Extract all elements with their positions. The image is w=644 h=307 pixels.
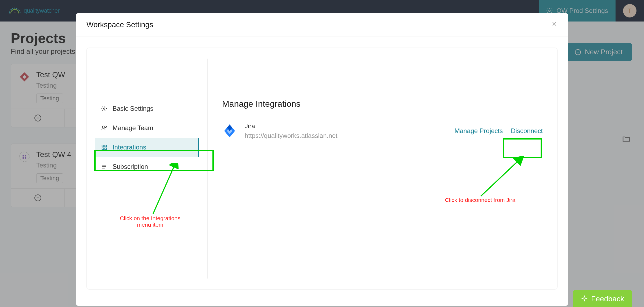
modal-header: Workspace Settings — [76, 13, 568, 37]
close-icon — [551, 21, 558, 27]
svg-point-19 — [103, 126, 104, 128]
disconnect-button[interactable]: Disconnect — [511, 127, 543, 135]
feedback-button[interactable]: Feedback — [573, 290, 632, 307]
content-title: Manage Integrations — [222, 99, 543, 109]
sidebar-item-subscription[interactable]: Subscription — [95, 157, 199, 176]
integration-row-jira: Jira https://qualityworks.atlassian.net … — [222, 122, 543, 140]
integration-url: https://qualityworks.atlassian.net — [245, 132, 338, 140]
jira-icon — [222, 123, 237, 138]
svg-rect-23 — [102, 148, 104, 149]
workspace-settings-modal: Workspace Settings Basic Settings Manage… — [76, 13, 568, 306]
sparkle-icon — [581, 295, 588, 302]
modal-title: Workspace Settings — [86, 20, 153, 29]
sidebar-item-basic-settings[interactable]: Basic Settings — [95, 99, 199, 118]
svg-rect-21 — [102, 145, 104, 147]
list-icon — [101, 164, 107, 170]
sidebar-item-manage-team[interactable]: Manage Team — [95, 118, 199, 138]
team-icon — [101, 125, 107, 131]
svg-rect-22 — [105, 145, 106, 147]
gear-icon — [101, 106, 107, 112]
manage-projects-button[interactable]: Manage Projects — [454, 127, 503, 135]
close-button[interactable] — [551, 20, 558, 29]
settings-content: Manage Integrations Jira https://quality… — [208, 59, 557, 279]
integration-name: Jira — [245, 122, 338, 130]
svg-point-18 — [103, 108, 105, 109]
settings-sidebar: Basic Settings Manage Team Integrations … — [87, 59, 208, 279]
sidebar-item-label: Manage Team — [113, 124, 153, 132]
sidebar-item-label: Subscription — [113, 163, 148, 170]
sidebar-item-integrations[interactable]: Integrations — [95, 138, 199, 157]
sidebar-item-label: Integrations — [113, 144, 146, 151]
svg-rect-24 — [105, 148, 106, 149]
svg-point-20 — [105, 126, 107, 128]
grid-icon — [101, 144, 107, 150]
sidebar-item-label: Basic Settings — [113, 105, 153, 112]
